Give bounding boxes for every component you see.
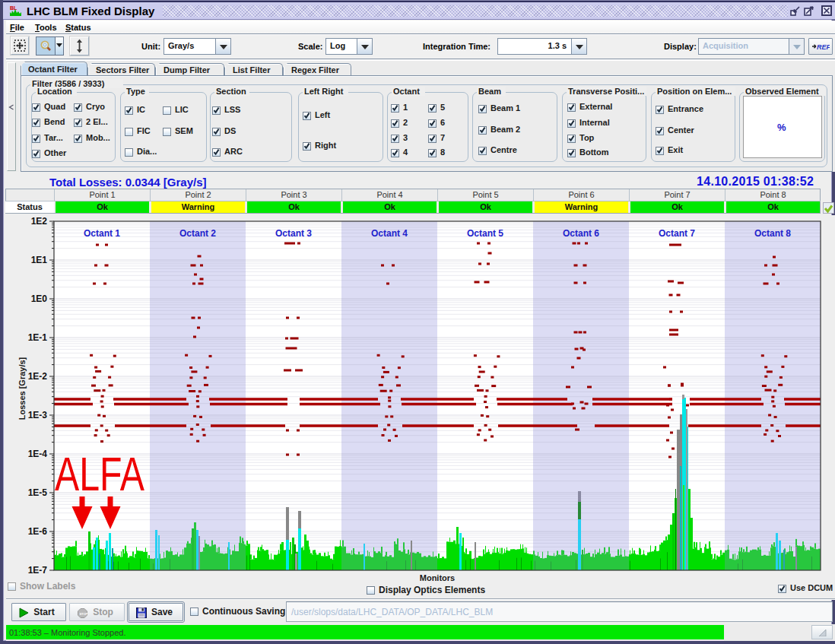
svg-text:Octant 5: Octant 5 <box>467 228 503 239</box>
svg-text:1E-3: 1E-3 <box>28 410 48 420</box>
svg-text:Octant 2: Octant 2 <box>179 228 216 239</box>
svg-text:Monitors: Monitors <box>420 573 455 582</box>
svg-text:Octant 7: Octant 7 <box>659 228 695 239</box>
svg-text:REF: REF <box>817 43 830 51</box>
svg-text:1E1: 1E1 <box>31 255 48 265</box>
svg-text:STOP: STOP <box>79 612 87 616</box>
svg-text:Octant 8: Octant 8 <box>754 228 791 239</box>
svg-text:BL: BL <box>10 5 17 11</box>
svg-text:1E-6: 1E-6 <box>28 526 48 537</box>
svg-text:1E-7: 1E-7 <box>28 565 48 576</box>
svg-text:1E0: 1E0 <box>31 293 48 304</box>
svg-text:1E2: 1E2 <box>31 216 48 227</box>
svg-text:Octant 6: Octant 6 <box>563 228 599 239</box>
svg-text:1E-5: 1E-5 <box>28 487 48 498</box>
svg-text:Octant 4: Octant 4 <box>371 228 408 239</box>
svg-text:1E-4: 1E-4 <box>28 449 48 459</box>
svg-text:Octant 1: Octant 1 <box>84 228 120 239</box>
svg-text:1E-2: 1E-2 <box>28 371 48 382</box>
svg-text:Octant 3: Octant 3 <box>275 228 312 239</box>
svg-text:ALFA: ALFA <box>55 447 144 500</box>
svg-text:1E-1: 1E-1 <box>28 332 48 343</box>
